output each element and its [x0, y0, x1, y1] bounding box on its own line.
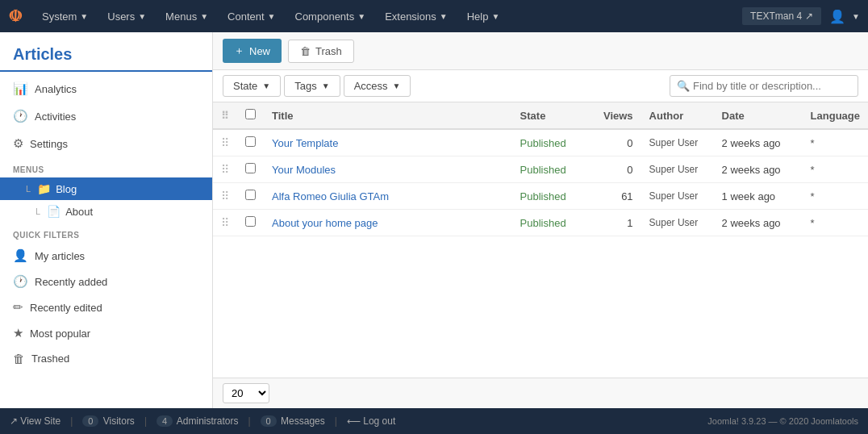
drag-handle[interactable]: ⠿	[221, 190, 229, 202]
system-caret: ▼	[80, 12, 88, 21]
article-date-0: 2 weeks ago	[722, 137, 781, 149]
article-lang-1: *	[811, 164, 815, 176]
article-views-3: 1	[627, 217, 632, 229]
article-status-3: Published	[520, 217, 566, 229]
new-plus-icon: ＋	[234, 44, 244, 58]
recently-edited-icon: ✏	[13, 300, 23, 315]
content-caret: ▼	[268, 12, 276, 21]
row-checkbox-3[interactable]	[245, 216, 256, 227]
visitors-count-badge: 0	[82, 415, 98, 427]
article-lang-2: *	[811, 190, 815, 202]
access-filter-caret: ▼	[393, 81, 401, 90]
access-filter-button[interactable]: Access ▼	[344, 75, 411, 97]
sidebar-item-activities[interactable]: 🕐 Activities	[0, 102, 212, 130]
user-icon: 👤	[829, 9, 845, 24]
admins-label[interactable]: Administrators	[177, 415, 239, 427]
top-navbar: ☫ System ▼ Users ▼ Menus ▼ Content ▼ Com…	[0, 0, 868, 32]
components-caret: ▼	[357, 12, 365, 21]
per-page-select[interactable]: 5101520253050100ALL	[223, 383, 269, 403]
nav-components[interactable]: Components ▼	[287, 0, 374, 32]
sidebar-item-analytics[interactable]: 📊 Analytics	[0, 75, 212, 102]
filter-bar: State ▼ Tags ▼ Access ▼ 🔍	[213, 70, 868, 102]
visitors-label[interactable]: Visitors	[103, 415, 135, 427]
trash-icon: 🗑	[300, 45, 311, 57]
drag-handle[interactable]: ⠿	[221, 216, 229, 229]
select-all-checkbox[interactable]	[245, 109, 256, 119]
articles-table-wrapper: ⠿ Title State Views	[213, 102, 868, 378]
sep-2: |	[144, 415, 147, 427]
user-menu[interactable]: 👤 ▼	[829, 9, 860, 24]
col-state-header: State	[512, 102, 593, 129]
most-popular-icon: ★	[13, 326, 23, 340]
search-icon: 🔍	[677, 80, 690, 92]
tree-connector-1: L	[26, 184, 31, 194]
admins-area: 4 Administrators	[156, 415, 238, 427]
search-box: 🔍	[670, 75, 858, 97]
visitors-area: 0 Visitors	[82, 415, 135, 427]
site-name-button[interactable]: TEXTman 4 ↗	[742, 7, 821, 25]
filter-trashed[interactable]: 🗑 Trashed	[0, 346, 212, 371]
row-checkbox-0[interactable]	[245, 136, 256, 147]
filter-recently-edited[interactable]: ✏ Recently edited	[0, 294, 212, 320]
article-title-link-0[interactable]: Your Template	[272, 137, 338, 149]
sep-3: |	[248, 415, 250, 427]
nav-users[interactable]: Users ▼	[99, 0, 154, 32]
col-author-header: Author	[641, 102, 714, 129]
row-checkbox-2[interactable]	[245, 190, 256, 200]
article-status-0: Published	[520, 137, 566, 149]
content-area: ＋ New 🗑 Trash State ▼ Tags ▼ Access ▼	[213, 32, 868, 408]
sidebar: Articles 📊 Analytics 🕐 Activities ⚙ Sett…	[0, 32, 213, 408]
users-caret: ▼	[138, 12, 146, 21]
nav-menus[interactable]: Menus ▼	[157, 0, 216, 32]
col-views-header: Views	[593, 102, 641, 129]
settings-icon: ⚙	[13, 136, 23, 151]
blog-folder-icon: 📁	[37, 182, 51, 195]
article-author-1: Super User	[649, 164, 699, 175]
pagination-bar: 5101520253050100ALL	[213, 378, 868, 408]
drag-handle[interactable]: ⠿	[221, 136, 229, 149]
user-caret: ▼	[852, 12, 860, 21]
recently-added-icon: 🕐	[13, 274, 28, 289]
drag-icon: ⠿	[221, 110, 229, 122]
nav-system[interactable]: System ▼	[34, 0, 96, 32]
new-button[interactable]: ＋ New	[223, 39, 282, 63]
main-layout: Articles 📊 Analytics 🕐 Activities ⚙ Sett…	[0, 32, 868, 408]
sidebar-tree-blog[interactable]: L 📁 Blog	[0, 177, 212, 200]
joomla-version: Joomla! 3.9.23 — © 2020 Joomlatools	[707, 416, 858, 426]
filter-my-articles[interactable]: 👤 My articles	[0, 243, 212, 269]
filter-recently-added[interactable]: 🕐 Recently added	[0, 269, 212, 294]
view-site-link[interactable]: ↗ View Site	[10, 415, 61, 427]
filter-most-popular[interactable]: ★ Most popular	[0, 320, 212, 346]
article-date-1: 2 weeks ago	[722, 164, 781, 176]
article-title-link-2[interactable]: Alfa Romeo Giulia GTAm	[272, 190, 389, 202]
trashed-icon: 🗑	[13, 352, 25, 365]
col-checkbox-header[interactable]	[237, 102, 264, 129]
sidebar-tree-about[interactable]: L 📄 About	[0, 200, 212, 223]
articles-table: ⠿ Title State Views	[213, 102, 868, 236]
tags-filter-button[interactable]: Tags ▼	[284, 75, 340, 97]
activities-icon: 🕐	[13, 109, 28, 123]
nav-extensions[interactable]: Extensions ▼	[377, 0, 456, 32]
menus-section-label: MENUS	[0, 157, 212, 177]
article-title-link-3[interactable]: About your home page	[272, 217, 378, 229]
row-checkbox-1[interactable]	[245, 163, 256, 173]
sidebar-item-settings[interactable]: ⚙ Settings	[0, 130, 212, 157]
sep-4: |	[335, 415, 337, 427]
article-lang-0: *	[811, 137, 815, 149]
help-caret: ▼	[491, 12, 499, 21]
nav-help[interactable]: Help ▼	[459, 0, 508, 32]
col-drag-header: ⠿	[213, 102, 237, 129]
nav-content[interactable]: Content ▼	[219, 0, 283, 32]
article-title-link-1[interactable]: Your Modules	[272, 164, 336, 176]
view-site-icon: ↗	[10, 415, 18, 427]
logout-link[interactable]: ⟵ Log out	[347, 415, 395, 427]
sidebar-title: Articles	[0, 32, 212, 72]
messages-label[interactable]: Messages	[281, 415, 325, 427]
trash-button[interactable]: 🗑 Trash	[288, 40, 354, 63]
state-filter-button[interactable]: State ▼	[223, 75, 281, 97]
search-input[interactable]	[690, 76, 851, 96]
joomla-logo: ☫	[8, 6, 23, 26]
state-filter-caret: ▼	[262, 81, 270, 90]
drag-handle[interactable]: ⠿	[221, 163, 229, 176]
external-link-icon: ↗	[805, 10, 813, 22]
